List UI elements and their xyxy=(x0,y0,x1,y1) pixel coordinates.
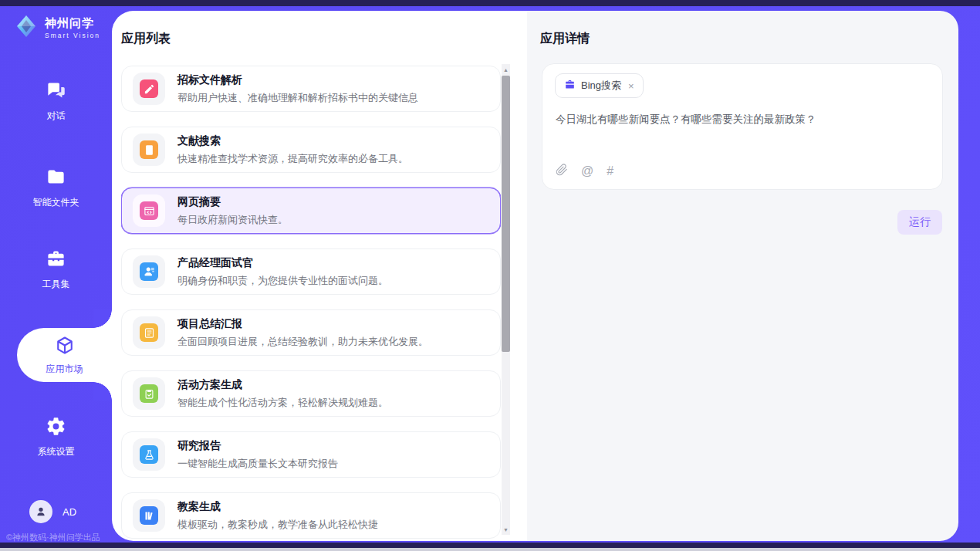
note-icon xyxy=(140,323,158,342)
edit-document-icon xyxy=(140,79,158,98)
tool-tag-label: Bing搜索 xyxy=(581,79,621,93)
app-title: 文献搜索 xyxy=(177,134,408,148)
app-desc: 明确身份和职责，为您提供专业性的面试问题。 xyxy=(177,274,388,288)
app-icon-box xyxy=(133,499,165,532)
folder-icon xyxy=(46,167,66,191)
app-detail-panel: 应用详情 Bing搜索 × 今日湖北有哪些新闻要点？有哪些需要关注的最新政策？ … xyxy=(527,11,958,541)
sidebar-item-settings[interactable]: 系统设置 xyxy=(0,416,112,458)
book-icon xyxy=(140,140,158,159)
scrollbar-thumb[interactable] xyxy=(502,76,510,352)
app-window: 神州问学 Smart Vision 对话 智能文件夹 工具集 xyxy=(0,0,980,551)
copyright-text: ©神州数码·神州问学出品 xyxy=(6,532,118,543)
brand-name: 神州问学 xyxy=(45,16,100,31)
app-item-project-summary[interactable]: 项目总结汇报 全面回顾项目进展，总结经验教训，助力未来优化发展。 xyxy=(121,309,501,356)
sidebar-item-app-market[interactable]: 应用市场 xyxy=(17,328,112,382)
close-icon[interactable]: × xyxy=(628,80,634,92)
app-icon-box xyxy=(133,73,165,105)
app-desc: 全面回顾项目进展，总结经验教训，助力未来优化发展。 xyxy=(177,335,428,349)
app-icon-box xyxy=(133,438,165,471)
sidebar-item-chat[interactable]: 对话 xyxy=(0,80,112,123)
chat-icon xyxy=(46,80,66,104)
prompt-card: Bing搜索 × 今日湖北有哪些新闻要点？有哪些需要关注的最新政策？ @ # xyxy=(542,63,943,190)
app-item-lesson-plan[interactable]: 教案生成 模板驱动，教案秒成，教学准备从此轻松快捷 xyxy=(121,492,501,539)
flask-icon xyxy=(140,445,158,464)
app-title: 研究报告 xyxy=(177,439,338,453)
toolbox-icon xyxy=(46,248,66,272)
app-desc: 快速精准查找学术资源，提高研究效率的必备工具。 xyxy=(177,152,408,166)
browser-code-icon xyxy=(140,201,158,220)
app-icon-box xyxy=(133,255,165,288)
avatar xyxy=(29,500,52,523)
app-title: 招标文件解析 xyxy=(177,73,418,87)
app-desc: 一键智能生成高质量长文本研究报告 xyxy=(177,457,338,471)
app-list: 招标文件解析 帮助用户快速、准确地理解和解析招标书中的关键信息 文献搜索 快速精… xyxy=(121,64,501,539)
app-title: 产品经理面试官 xyxy=(177,256,388,270)
brand-logo-icon xyxy=(14,14,39,42)
window-top-strip xyxy=(0,0,980,6)
app-icon-box xyxy=(133,377,165,410)
sidebar-item-toolset[interactable]: 工具集 xyxy=(0,248,112,291)
mention-icon[interactable]: @ xyxy=(581,165,593,177)
app-icon-box xyxy=(133,134,165,166)
app-title: 网页摘要 xyxy=(177,195,288,209)
app-item-event-plan[interactable]: 活动方案生成 智能生成个性化活动方案，轻松解决规划难题。 xyxy=(121,370,501,417)
attachment-toolbar: @ # xyxy=(556,164,613,179)
app-item-pm-interviewer[interactable]: 产品经理面试官 明确身份和职责，为您提供专业性的面试问题。 xyxy=(121,248,501,295)
app-desc: 智能生成个性化活动方案，轻松解决规划难题。 xyxy=(177,396,388,410)
sidebar-item-label: 对话 xyxy=(47,110,66,123)
app-item-literature-search[interactable]: 文献搜索 快速精准查找学术资源，提高研究效率的必备工具。 xyxy=(121,127,501,173)
app-item-research-report[interactable]: 研究报告 一键智能生成高质量长文本研究报告 xyxy=(121,431,501,478)
app-title: 项目总结汇报 xyxy=(177,317,428,331)
user-profile[interactable]: AD xyxy=(29,500,76,523)
run-button[interactable]: 运行 xyxy=(897,210,942,235)
content-window: 应用列表 招标文件解析 帮助用户快速、准确地理解和解析招标书中的关键信息 文献搜… xyxy=(112,11,958,541)
sidebar-item-label: 工具集 xyxy=(42,278,70,291)
brand: 神州问学 Smart Vision xyxy=(14,14,100,42)
scroll-up-icon[interactable]: ▲ xyxy=(502,65,510,74)
brand-subtitle: Smart Vision xyxy=(45,32,100,39)
scroll-down-icon[interactable]: ▼ xyxy=(502,525,510,534)
app-item-bid-analysis[interactable]: 招标文件解析 帮助用户快速、准确地理解和解析招标书中的关键信息 xyxy=(121,66,501,112)
app-title: 教案生成 xyxy=(177,500,378,514)
person-icon xyxy=(35,505,47,518)
app-title: 活动方案生成 xyxy=(177,378,388,392)
app-detail-title: 应用详情 xyxy=(540,31,590,47)
app-desc: 模板驱动，教案秒成，教学准备从此轻松快捷 xyxy=(177,518,378,532)
interviewer-icon xyxy=(140,262,158,281)
app-icon-box xyxy=(133,316,165,349)
paperclip-icon[interactable] xyxy=(556,164,568,179)
gear-icon xyxy=(46,416,66,440)
app-desc: 帮助用户快速、准确地理解和解析招标书中的关键信息 xyxy=(177,91,418,105)
sidebar-item-label: 应用市场 xyxy=(46,363,83,376)
tool-tag-bing-search[interactable]: Bing搜索 × xyxy=(555,73,644,98)
app-icon-box xyxy=(133,194,165,227)
app-item-web-summary[interactable]: 网页摘要 每日政府新闻资讯快查。 xyxy=(121,188,501,234)
query-input[interactable]: 今日湖北有哪些新闻要点？有哪些需要关注的最新政策？ xyxy=(556,112,926,127)
sidebar-item-smart-folders[interactable]: 智能文件夹 xyxy=(0,167,112,209)
hash-icon[interactable]: # xyxy=(607,165,613,177)
app-desc: 每日政府新闻资讯快查。 xyxy=(177,213,288,227)
clipboard-check-icon xyxy=(140,384,158,403)
sidebar-item-label: 智能文件夹 xyxy=(33,196,79,209)
window-bottom-strip xyxy=(0,543,980,548)
window-bottom-edge xyxy=(0,548,980,551)
cube-icon xyxy=(54,335,76,360)
user-name: AD xyxy=(63,506,76,518)
sidebar-item-label: 系统设置 xyxy=(38,445,75,458)
briefcase-icon xyxy=(564,79,576,93)
app-list-panel: 应用列表 招标文件解析 帮助用户快速、准确地理解和解析招标书中的关键信息 文献搜… xyxy=(112,11,527,541)
list-scrollbar[interactable]: ▲ ▼ xyxy=(502,64,510,535)
books-icon xyxy=(140,506,158,525)
sidebar: 神州问学 Smart Vision 对话 智能文件夹 工具集 xyxy=(0,6,112,541)
app-list-title: 应用列表 xyxy=(121,31,171,47)
